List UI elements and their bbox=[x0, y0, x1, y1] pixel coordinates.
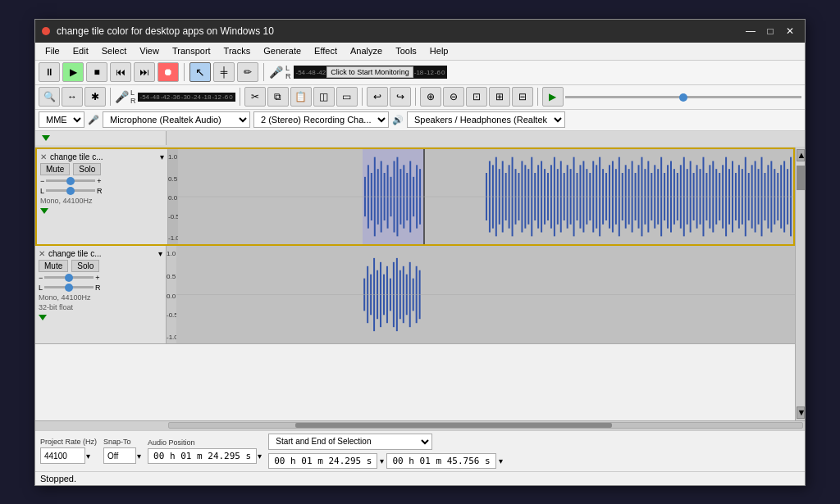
vscroll-up-arrow[interactable]: ▲ bbox=[797, 149, 805, 161]
track-2-arrow bbox=[39, 315, 47, 320]
menu-help[interactable]: Help bbox=[423, 44, 455, 57]
skip-forward-button[interactable]: ⏭ bbox=[134, 62, 155, 82]
track-2-pan-slider[interactable] bbox=[44, 286, 94, 288]
input-device-select[interactable]: Microphone (Realtek Audio) bbox=[103, 111, 250, 128]
play-green-button[interactable]: ▶ bbox=[542, 87, 564, 107]
menu-tracks[interactable]: Tracks bbox=[217, 44, 258, 57]
draw-tool-button[interactable]: ✏ bbox=[237, 62, 258, 82]
playback-speed-area bbox=[565, 96, 801, 98]
host-select[interactable]: MME bbox=[39, 111, 84, 128]
undo-button[interactable]: ↩ bbox=[367, 87, 388, 107]
track-1-pan-slider[interactable] bbox=[46, 189, 95, 192]
snap-dropdown-btn[interactable]: ▾ bbox=[137, 452, 141, 461]
click-to-monitor-button[interactable]: Click to Start Monitoring bbox=[326, 66, 413, 78]
playback-speed-slider[interactable] bbox=[565, 96, 801, 98]
stop-button[interactable]: ■ bbox=[86, 62, 107, 82]
hscroll-track[interactable] bbox=[168, 422, 803, 429]
menu-file[interactable]: File bbox=[39, 44, 66, 57]
trim-button[interactable]: ◫ bbox=[313, 87, 335, 107]
speed-thumb[interactable] bbox=[679, 93, 687, 102]
zoom-full-button[interactable]: ⊟ bbox=[512, 87, 533, 107]
menu-analyze[interactable]: Analyze bbox=[344, 44, 389, 57]
track-1-waveform[interactable]: 1.0 0.5 0.0 -0.5 -1.0 bbox=[168, 149, 793, 244]
envelope-tool-button[interactable]: ╪ bbox=[213, 62, 235, 82]
track-2-close-button[interactable]: ✕ bbox=[39, 249, 45, 258]
track-1-gain-thumb[interactable] bbox=[66, 177, 75, 185]
cut-button[interactable]: ✂ bbox=[244, 87, 266, 107]
time-shift-button[interactable]: ↔ bbox=[62, 87, 83, 107]
menu-generate[interactable]: Generate bbox=[257, 44, 308, 57]
track-2-waveform[interactable]: 1.0 0.5 0.0 -0.5 -1.0 bbox=[167, 246, 795, 343]
track-2-y-label-top: 1.0 bbox=[167, 250, 176, 257]
track-1-collapse-button[interactable]: ▾ bbox=[160, 152, 164, 161]
close-button[interactable]: ✕ bbox=[782, 24, 798, 39]
zoom-out-sel-button[interactable]: ⊖ bbox=[443, 87, 464, 107]
track-1-gain-plus[interactable]: + bbox=[97, 177, 101, 185]
out-meter-val-2: -48 bbox=[150, 93, 160, 101]
selection-end-dropdown-btn[interactable]: ▾ bbox=[499, 456, 503, 465]
track-1-gain-slider[interactable] bbox=[46, 179, 95, 182]
project-rate-input[interactable] bbox=[40, 447, 85, 464]
snap-input[interactable] bbox=[103, 447, 136, 464]
track-2-solo-button[interactable]: Solo bbox=[71, 260, 99, 272]
zoom-sel-button[interactable]: ⊞ bbox=[489, 87, 510, 107]
track-2-pan-thumb[interactable] bbox=[65, 284, 73, 292]
track-2-gain-slider[interactable] bbox=[44, 276, 94, 279]
audio-position-display[interactable]: 00 h 01 m 24.295 s bbox=[148, 448, 257, 464]
track-1-close-button[interactable]: ✕ bbox=[40, 152, 47, 161]
selection-end-display[interactable]: 00 h 01 m 45.756 s bbox=[386, 453, 495, 469]
track-1-pan-thumb[interactable] bbox=[66, 187, 75, 195]
track-2-gain-thumb[interactable] bbox=[65, 274, 73, 282]
record-button[interactable]: ⏺ bbox=[158, 62, 179, 82]
vscroll-down-arrow[interactable]: ▼ bbox=[797, 406, 805, 419]
maximize-button[interactable]: □ bbox=[762, 24, 778, 39]
audio-pos-dropdown-btn[interactable]: ▾ bbox=[258, 452, 262, 461]
vscroll-thumb[interactable] bbox=[797, 166, 805, 190]
track-2-gain-minus[interactable]: − bbox=[39, 274, 43, 282]
menu-view[interactable]: View bbox=[133, 44, 166, 57]
output-device-select[interactable]: Speakers / Headphones (Realtek bbox=[407, 111, 565, 128]
selection-mode-select[interactable]: Start and End of Selection bbox=[268, 434, 432, 450]
track-1-waveform-svg bbox=[178, 149, 793, 244]
channels-select[interactable]: 2 (Stereo) Recording Cha... bbox=[253, 111, 389, 128]
track-1-pan-r: R bbox=[97, 187, 103, 195]
selection-times-row: 00 h 01 m 24.295 s ▾ 00 h 01 m 45.756 s … bbox=[268, 453, 502, 469]
track-2-gain-plus[interactable]: + bbox=[95, 274, 99, 282]
zoom-in-sel-button[interactable]: ⊕ bbox=[420, 87, 441, 107]
mic-device-icon: 🎤 bbox=[88, 115, 99, 125]
hscroll-thumb[interactable] bbox=[295, 423, 612, 428]
meter-val-5: -12 bbox=[424, 69, 434, 76]
status-bar: Project Rate (Hz) ▾ Snap-To ▾ Audio Posi… bbox=[35, 430, 805, 471]
play-button[interactable]: ▶ bbox=[62, 62, 84, 82]
vscroll-track[interactable] bbox=[797, 161, 805, 406]
redo-button[interactable]: ↪ bbox=[390, 87, 411, 107]
track-1-mute-button[interactable]: Mute bbox=[40, 163, 70, 175]
selection-start-display[interactable]: 00 h 01 m 24.295 s bbox=[268, 453, 377, 469]
vertical-scrollbar[interactable]: ▲ ▼ bbox=[795, 148, 805, 420]
menu-tools[interactable]: Tools bbox=[389, 44, 423, 57]
copy-button[interactable]: ⧉ bbox=[267, 87, 289, 107]
track-1-solo-button[interactable]: Solo bbox=[73, 163, 101, 175]
project-rate-dropdown-btn[interactable]: ▾ bbox=[86, 452, 90, 461]
input-meter[interactable]: -54 -48 -42 Click to Start Monitoring -1… bbox=[294, 66, 448, 79]
menu-effect[interactable]: Effect bbox=[308, 44, 344, 57]
menu-select[interactable]: Select bbox=[95, 44, 134, 57]
output-meter[interactable]: -54 -48 -42 -36 -30 -24 -18 -12 -6 0 bbox=[138, 93, 235, 102]
track-2-collapse-button[interactable]: ▾ bbox=[158, 249, 162, 258]
meter-val-3: -42 bbox=[317, 69, 326, 76]
out-meter-val-10: 0 bbox=[229, 93, 232, 101]
menu-transport[interactable]: Transport bbox=[166, 44, 217, 57]
skip-back-button[interactable]: ⏮ bbox=[110, 62, 131, 82]
menu-edit[interactable]: Edit bbox=[66, 44, 95, 57]
silence-button[interactable]: ▭ bbox=[336, 87, 358, 107]
horizontal-scrollbar[interactable] bbox=[35, 420, 805, 430]
multi-tool-button[interactable]: ✱ bbox=[84, 87, 106, 107]
zoom-in-button[interactable]: 🔍 bbox=[39, 87, 60, 107]
track-2-mute-button[interactable]: Mute bbox=[39, 260, 68, 272]
paste-button[interactable]: 📋 bbox=[290, 87, 312, 107]
track-1-gain-minus[interactable]: − bbox=[40, 177, 44, 185]
minimize-button[interactable]: — bbox=[742, 24, 759, 39]
select-tool-button[interactable]: ↖ bbox=[189, 62, 211, 82]
pause-button[interactable]: ⏸ bbox=[39, 62, 60, 82]
zoom-fit-button[interactable]: ⊡ bbox=[466, 87, 487, 107]
